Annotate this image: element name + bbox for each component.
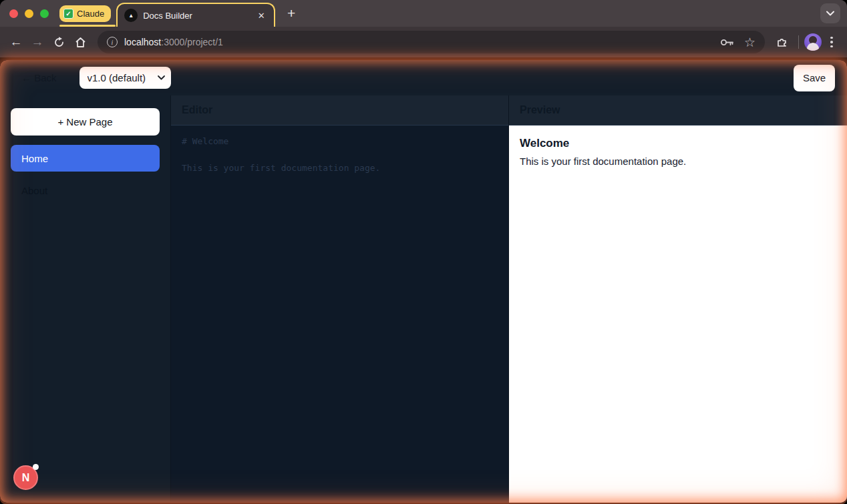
- sidebar-item-about[interactable]: About: [11, 177, 160, 204]
- bookmark-star-icon[interactable]: ☆: [744, 36, 755, 49]
- tab-docs-builder[interactable]: ▲ Docs Builder ✕: [116, 3, 275, 27]
- url-text: localhost:3000/project/1: [124, 37, 713, 47]
- markdown-editor-textarea[interactable]: # Welcome This is your first documentati…: [171, 125, 508, 503]
- version-select-wrap: v1.0 (default): [79, 67, 171, 89]
- url-host: localhost: [124, 37, 161, 47]
- tab-close-icon[interactable]: ✕: [255, 9, 267, 21]
- browser-menu-button[interactable]: [822, 32, 842, 52]
- page-backdrop: ← Back v1.0 (default) Save + New Page Ho…: [0, 57, 847, 504]
- pages-sidebar: + New Page Home About N: [0, 95, 171, 503]
- url-path: :3000/project/1: [161, 37, 223, 47]
- save-button[interactable]: Save: [794, 65, 835, 91]
- tab-group-label[interactable]: ✓ Claude: [59, 5, 111, 22]
- preview-content: Welcome This is your first documentation…: [509, 125, 847, 503]
- new-page-button[interactable]: + New Page: [11, 108, 160, 136]
- address-bar-actions: ☆: [720, 36, 755, 49]
- preview-panel: Preview Welcome This is your first docum…: [509, 95, 847, 503]
- editor-panel-title: Editor: [171, 95, 508, 125]
- check-icon: ✓: [63, 9, 73, 19]
- tab-group-label-text: Claude: [77, 9, 104, 19]
- app-toolbar: ← Back v1.0 (default) Save: [0, 60, 847, 95]
- version-select[interactable]: v1.0 (default): [79, 67, 171, 89]
- home-button[interactable]: [69, 31, 91, 53]
- chevron-down-icon: [826, 11, 834, 16]
- vercel-triangle-icon: ▲: [124, 9, 138, 22]
- browser-window: ✓ Claude ▲ Docs Builder ✕ + ← →: [0, 0, 847, 504]
- tab-group-underline: [59, 25, 116, 27]
- sidebar-item-home[interactable]: Home: [11, 145, 160, 172]
- docs-builder-app: ← Back v1.0 (default) Save + New Page Ho…: [0, 60, 847, 503]
- nextjs-devtools-badge[interactable]: N: [13, 465, 38, 490]
- tab-title: Docs Builder: [143, 11, 250, 21]
- address-bar[interactable]: i localhost:3000/project/1 ☆: [98, 31, 765, 53]
- window-controls: [9, 9, 49, 18]
- browser-forward-button[interactable]: →: [27, 31, 48, 53]
- back-link[interactable]: ← Back: [21, 72, 57, 83]
- profile-avatar[interactable]: [804, 33, 822, 51]
- extensions-puzzle-icon: [776, 36, 788, 48]
- preview-paragraph: This is your first documentation page.: [520, 156, 836, 167]
- tab-group-claude: ✓ Claude ▲ Docs Builder ✕: [59, 0, 275, 27]
- editor-panel: Editor # Welcome This is your first docu…: [171, 95, 509, 503]
- toolbar-divider: [798, 35, 799, 49]
- preview-heading: Welcome: [520, 137, 836, 150]
- zoom-window-button[interactable]: [40, 9, 49, 18]
- home-icon: [75, 37, 86, 48]
- reload-icon: [53, 37, 65, 48]
- close-window-button[interactable]: [9, 9, 18, 18]
- extensions-button[interactable]: [772, 31, 793, 53]
- reload-button[interactable]: [48, 31, 69, 53]
- site-info-icon[interactable]: i: [107, 37, 118, 47]
- preview-panel-title: Preview: [509, 95, 847, 125]
- app-body: + New Page Home About N Editor # Welcome…: [0, 95, 847, 503]
- tab-search-button[interactable]: [820, 3, 840, 23]
- minimize-window-button[interactable]: [25, 9, 33, 18]
- tab-strip: ✓ Claude ▲ Docs Builder ✕ +: [0, 0, 847, 27]
- browser-back-button[interactable]: ←: [5, 31, 27, 53]
- navigation-bar: ← → i localhost:3000/project/1 ☆: [0, 27, 847, 57]
- password-key-icon[interactable]: [720, 38, 735, 47]
- new-tab-button[interactable]: +: [282, 4, 301, 23]
